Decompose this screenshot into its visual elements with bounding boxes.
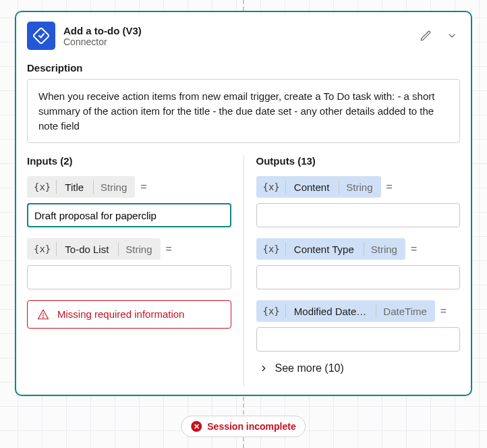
chip-type: String (125, 244, 160, 255)
equals-sign: = (386, 181, 393, 193)
chip-type: String (346, 181, 380, 193)
svg-point-2 (43, 317, 44, 318)
fx-icon: {x} (27, 181, 56, 192)
outputs-heading: Outputs (13) (256, 155, 461, 167)
chip-name: To-do List (57, 244, 118, 255)
outputs-column: Outputs (13) {x} Content String = (244, 155, 461, 387)
pencil-icon (420, 30, 432, 42)
io-columns: Inputs (2) {x} Title String = (27, 155, 460, 387)
equals-sign: = (166, 243, 172, 255)
header-actions (417, 27, 460, 45)
output-value-content-type[interactable] (256, 265, 461, 289)
chip-type: String (101, 181, 135, 193)
warning-icon (37, 308, 49, 320)
input-value-title[interactable] (27, 203, 231, 227)
fx-icon: {x} (256, 306, 285, 316)
card-title: Add a to-do (V3) (63, 25, 409, 36)
output-value-modified-date[interactable] (256, 327, 461, 352)
chip-type: String (371, 244, 405, 255)
input-field-todo-list: {x} To-do List String = (27, 238, 231, 289)
fx-icon: {x} (256, 244, 285, 254)
output-field-content-type: {x} Content Type String = (256, 238, 461, 289)
workflow-canvas: Add a to-do (V3) Connector Description W… (0, 0, 487, 448)
inputs-column: Inputs (2) {x} Title String = (27, 155, 244, 387)
output-chip-content-type[interactable]: {x} Content Type String (256, 238, 405, 260)
error-box: Missing required information (27, 300, 231, 329)
output-field-modified-date: {x} Modified Date… DateTime = (256, 300, 461, 352)
chevron-right-icon (259, 364, 268, 373)
input-chip-title[interactable]: {x} Title String (27, 176, 135, 198)
fx-icon: {x} (256, 181, 285, 192)
card-subtitle: Connector (63, 36, 409, 47)
chip-name: Content Type (286, 244, 364, 255)
equals-sign: = (140, 181, 146, 193)
chevron-down-icon (447, 30, 457, 41)
error-text: Missing required information (57, 308, 184, 321)
header-text: Add a to-do (V3) Connector (63, 25, 409, 47)
error-dot-icon: ✕ (191, 421, 202, 432)
equals-sign: = (440, 305, 447, 317)
action-card: Add a to-do (V3) Connector Description W… (15, 11, 472, 396)
input-chip-todo-list[interactable]: {x} To-do List String (27, 238, 161, 260)
description-label: Description (27, 62, 460, 74)
see-more-label: See more (10) (275, 362, 344, 374)
collapse-button[interactable] (444, 28, 460, 44)
output-value-content[interactable] (256, 203, 461, 227)
see-more-button[interactable]: See more (10) (259, 362, 461, 374)
card-header: Add a to-do (V3) Connector (27, 22, 460, 50)
output-chip-content[interactable]: {x} Content String (256, 176, 381, 198)
connector-icon (27, 22, 55, 50)
edit-button[interactable] (417, 27, 434, 45)
input-field-title: {x} Title String = (27, 176, 231, 227)
inputs-heading: Inputs (2) (27, 155, 231, 167)
output-field-content: {x} Content String = (256, 176, 461, 227)
chip-name: Title (57, 181, 93, 193)
output-chip-modified-date[interactable]: {x} Modified Date… DateTime (256, 300, 435, 322)
status-text: Session incomplete (207, 421, 295, 432)
description-box: When you receive action items from new e… (27, 79, 460, 143)
input-value-todo-list[interactable] (27, 265, 231, 289)
chip-type: DateTime (383, 306, 434, 317)
svg-rect-0 (33, 28, 49, 44)
chip-name: Modified Date… (286, 306, 376, 317)
fx-icon: {x} (27, 244, 56, 254)
chip-name: Content (286, 181, 339, 193)
equals-sign: = (411, 243, 417, 255)
session-status-pill[interactable]: ✕ Session incomplete (181, 416, 306, 437)
